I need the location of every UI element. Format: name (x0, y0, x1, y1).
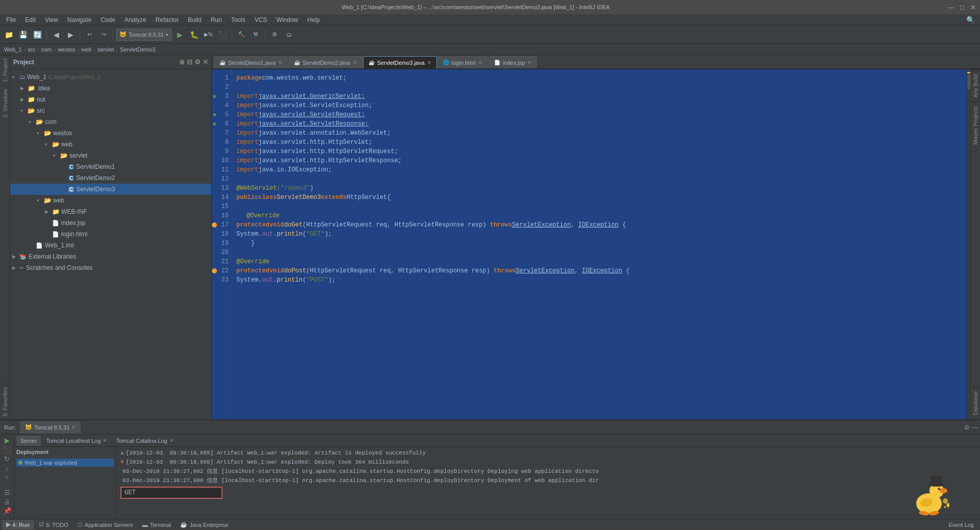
collapse-all-icon[interactable]: ⊟ (187, 58, 192, 66)
subtab-localhost-log[interactable]: Tomcat Localhost Log ✕ (42, 436, 111, 446)
settings-icon[interactable]: ⚙ (194, 58, 201, 66)
tree-item-servletdemo1[interactable]: ▶ C ServletDemo1 (10, 161, 211, 172)
breadcrumb-web[interactable]: web (81, 46, 91, 53)
close-panel-icon[interactable]: ✕ (203, 58, 208, 66)
tab-project[interactable]: 1: Project (1, 55, 10, 85)
subtab-catalina-log[interactable]: Tomcat Catalina Log ✕ (112, 436, 177, 446)
project-structure-button[interactable]: 🗂 (282, 28, 296, 41)
menu-help[interactable]: Help (303, 15, 324, 24)
back-button[interactable]: ◀ (50, 28, 63, 41)
menu-navigate[interactable]: Navigate (63, 15, 95, 24)
minimize-panel-icon[interactable]: — (972, 424, 978, 431)
sync-button[interactable]: 🔄 (31, 28, 44, 41)
tree-item-servlet[interactable]: ▾ 📂 servlet (10, 150, 211, 161)
stop-button[interactable]: ⬛ (216, 28, 229, 41)
tree-item-loginhtml[interactable]: ▶ 📄 login.html (10, 229, 211, 240)
menu-edit[interactable]: Edit (21, 15, 40, 24)
menu-run[interactable]: Run (207, 15, 226, 24)
close-run-tab[interactable]: ✕ (71, 424, 76, 430)
any-build-tab[interactable]: Any Build (971, 69, 980, 102)
menu-code[interactable]: Code (96, 15, 119, 24)
tab-close-button[interactable]: ✕ (353, 60, 357, 65)
menu-vcs[interactable]: VCS (251, 15, 272, 24)
pin-button[interactable]: 📌 (2, 507, 13, 515)
stop-run-button[interactable]: ⬛ (2, 446, 13, 453)
tree-item-web-war[interactable]: ▾ 📂 web (10, 195, 211, 206)
menu-tools[interactable]: Tools (227, 15, 250, 24)
database-tab[interactable]: Database (971, 387, 980, 419)
subtab-server[interactable]: Server (16, 436, 41, 446)
tree-item-extlibs[interactable]: ▶ 📚 External Libraries (10, 251, 211, 262)
debug-button[interactable]: 🐛 (187, 28, 201, 41)
maven-projects-tab[interactable]: Maven Projects (971, 102, 980, 149)
close-catalina-log[interactable]: ✕ (169, 438, 174, 443)
scroll-thumb[interactable] (967, 74, 970, 90)
search-icon[interactable]: 🔍 (963, 16, 978, 24)
code-content[interactable]: package com.westos.web.servlet; import j… (232, 69, 967, 419)
save-button[interactable]: 💾 (16, 28, 30, 41)
tab-favorites[interactable]: 5: Favorites (1, 384, 10, 419)
tree-item-out[interactable]: ▶ 📁 out (10, 94, 211, 105)
maximize-button[interactable]: □ (960, 4, 964, 11)
get-input-box[interactable]: GET (120, 487, 223, 499)
close-button[interactable]: ✕ (970, 4, 976, 11)
tab-close-button[interactable]: ✕ (278, 60, 282, 65)
footer-tab-todo[interactable]: ☑ 6: TODO (35, 520, 72, 530)
breadcrumb-com[interactable]: com (41, 46, 52, 53)
tree-item-web-src[interactable]: ▾ 📂 web (10, 139, 211, 150)
undo-button[interactable]: ↩ (83, 28, 96, 41)
resume-button[interactable]: ↻ (2, 455, 13, 463)
menu-view[interactable]: View (41, 15, 62, 24)
minimize-button[interactable]: — (947, 4, 954, 11)
settings-icon[interactable]: ⚙ (964, 424, 970, 431)
footer-tab-eventlog[interactable]: Event Log (944, 520, 978, 530)
breadcrumb-src[interactable]: src (28, 46, 35, 53)
tree-item-idea[interactable]: ▶ 📁 .idea (10, 83, 211, 94)
tab-structure[interactable]: 2: Structure (1, 85, 10, 121)
tab-servletdemo2[interactable]: ☕ ServletDemo2.java ✕ (288, 56, 362, 68)
scroll-up-button[interactable]: ↑ (2, 473, 13, 481)
tab-servletdemo3[interactable]: ☕ ServletDemo3.java ✕ (363, 56, 437, 68)
menu-window[interactable]: Window (272, 15, 302, 24)
run-coverage-button[interactable]: ▶% (202, 28, 215, 41)
tree-item-servletdemo2[interactable]: ▶ C ServletDemo2 (10, 172, 211, 184)
breadcrumb-web1[interactable]: Web_1 (4, 46, 22, 53)
menu-build[interactable]: Build (184, 15, 206, 24)
breadcrumb-servletdemo3[interactable]: ServletDemo3 (120, 46, 156, 53)
footer-tab-javaenterprise[interactable]: ☕ Java Enterprise (176, 520, 232, 530)
menu-analyze[interactable]: Analyze (120, 15, 151, 24)
add-icon[interactable]: ⊕ (179, 58, 185, 66)
tab-close-button[interactable]: ✕ (478, 60, 482, 65)
tab-close-button[interactable]: ✕ (427, 60, 431, 65)
redo-button[interactable]: ↪ (97, 28, 110, 41)
menu-file[interactable]: File (2, 15, 20, 24)
tree-item-servletdemo3[interactable]: ▶ C ServletDemo3 (10, 184, 211, 195)
tree-item-web1[interactable]: ▾ 🗂 Web_1 C:\IdeaProjects\Web_1 (10, 71, 211, 83)
tree-item-westos[interactable]: ▾ 📂 westos (10, 128, 211, 139)
forward-button[interactable]: ▶ (64, 28, 77, 41)
open-file-button[interactable]: 📁 (2, 28, 15, 41)
run-button[interactable]: ▶ (173, 28, 186, 41)
menu-refactor[interactable]: Refactor (152, 15, 183, 24)
code-editor[interactable]: 1 2 3 4 5 6 7 8 9 10 11 (212, 69, 980, 419)
sdk-button[interactable]: ⚙ (268, 28, 281, 41)
close-localhost-log[interactable]: ✕ (103, 438, 107, 443)
run-config-selector[interactable]: 🐱 Tomcat 8.5.31 ▾ (116, 29, 172, 41)
tomcat-run-tab[interactable]: 🐱 Tomcat 8.5.31 ✕ (20, 421, 81, 434)
tree-item-src[interactable]: ▾ 📂 src (10, 105, 211, 116)
breadcrumb-westos[interactable]: westos (58, 46, 75, 53)
tab-servletdemo1[interactable]: ☕ ServletDemo1.java ✕ (214, 56, 288, 68)
expand-button[interactable]: ⤢ (2, 516, 13, 519)
breadcrumb-servlet[interactable]: servlet (97, 46, 114, 53)
print-button[interactable]: 🖨 (2, 498, 13, 506)
tree-item-web1iml[interactable]: ▶ 📄 Web_1.iml (10, 240, 211, 251)
footer-tab-run[interactable]: ▶ 4: Run (2, 520, 34, 530)
tree-item-indexjsp[interactable]: ▶ 📄 index.jsp (10, 217, 211, 229)
deployment-item-war[interactable]: Web_1:war exploded (16, 459, 114, 467)
tab-loginhtml[interactable]: 🌐 login.html ✕ (437, 56, 488, 68)
filter-button[interactable]: ☰ (2, 489, 13, 496)
build-button[interactable]: 🔨 (235, 28, 248, 41)
tab-indexjsp[interactable]: 📄 index.jsp ✕ (488, 56, 537, 68)
rebuild-button[interactable]: ⚒ (249, 28, 262, 41)
restart-button[interactable]: ▶ (2, 437, 13, 444)
